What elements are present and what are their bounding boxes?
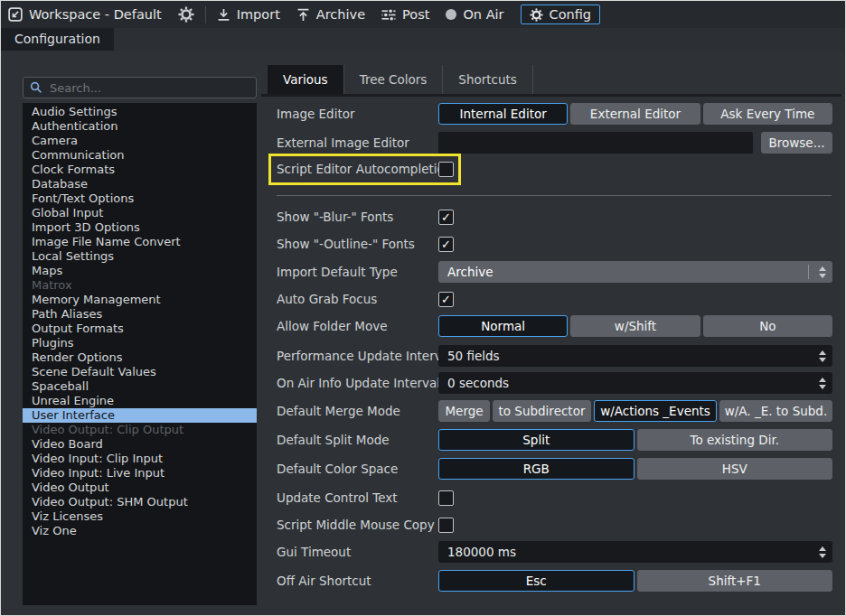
setting-row-import-default-type: Import Default Type Archive <box>268 261 832 283</box>
option-button-no[interactable]: No <box>703 315 832 337</box>
sidebar-item-local-settings[interactable]: Local Settings <box>23 249 257 264</box>
search-input[interactable] <box>48 80 249 96</box>
sidebar-item-font-text-options[interactable]: Font/Text Options <box>23 191 257 206</box>
workspace-menu[interactable]: Workspace - Default <box>8 7 162 22</box>
sidebar-item-communication[interactable]: Communication <box>23 148 257 163</box>
setting-row-allow-folder-move: Allow Folder Move Normal w/Shift No <box>268 315 832 337</box>
sidebar-item-video-board[interactable]: Video Board <box>23 437 257 452</box>
sidebar-item-memory-management[interactable]: Memory Management <box>23 293 257 307</box>
sidebar-item-viz-licenses[interactable]: Viz Licenses <box>23 509 257 524</box>
sidebar-item-path-aliases[interactable]: Path Aliases <box>23 307 257 322</box>
sidebar-item-unreal-engine[interactable]: Unreal Engine <box>23 394 257 408</box>
option-button-shift-f1[interactable]: Shift+F1 <box>637 570 833 592</box>
option-button-internal-editor[interactable]: Internal Editor <box>438 103 568 125</box>
spinner-down-icon[interactable] <box>819 554 826 558</box>
tab-bar-underline <box>261 94 841 97</box>
sidebar-item-user-interface[interactable]: User Interface <box>23 408 257 423</box>
workspace-icon <box>8 7 23 22</box>
checkmark-icon: ✓ <box>441 210 451 224</box>
spinner-up-icon[interactable] <box>819 350 826 355</box>
sidebar-item-clock-formats[interactable]: Clock Formats <box>23 163 257 177</box>
sidebar-item-plugins[interactable]: Plugins <box>23 336 257 350</box>
setting-label: Default Split Mode <box>268 433 438 447</box>
auto-grab-focus-checkbox[interactable]: ✓ <box>438 292 454 307</box>
show-blur-fonts-checkbox[interactable]: ✓ <box>438 210 454 225</box>
sidebar-item-audio-settings[interactable]: Audio Settings <box>23 105 257 119</box>
dropdown-spinner[interactable] <box>819 261 826 283</box>
settings-button[interactable] <box>178 6 194 23</box>
option-button-to-existing-dir[interactable]: To existing Dir. <box>637 429 833 451</box>
on-air-indicator-icon <box>446 9 456 20</box>
option-button-hsv[interactable]: HSV <box>637 458 833 480</box>
setting-label: Gui Timeout <box>268 545 438 559</box>
setting-row-auto-grab-focus: Auto Grab Focus ✓ <box>268 291 832 307</box>
sidebar-item-spaceball[interactable]: Spaceball <box>23 379 257 394</box>
option-button-merge[interactable]: Merge <box>438 400 490 422</box>
sidebar-item-video-output[interactable]: Video Output <box>23 481 257 495</box>
setting-label: Script Editor Autocompletion <box>268 162 438 176</box>
option-button-normal[interactable]: Normal <box>438 315 568 337</box>
script-editor-autocompletion-checkbox[interactable] <box>438 162 454 177</box>
option-button-w-a-e-to-subd[interactable]: w/A. _E. to Subd. <box>719 400 832 422</box>
on-air-info-update-interval-spinner[interactable]: 0 seconds <box>438 372 832 394</box>
setting-label: External Image Editor <box>268 135 438 150</box>
update-control-text-checkbox[interactable] <box>438 490 454 506</box>
tab-configuration[interactable]: Configuration <box>1 28 114 51</box>
spinner-up-icon[interactable] <box>819 266 826 271</box>
sidebar-item-video-output-clip-output: Video Output: Clip Output <box>23 423 257 437</box>
dropdown-divider <box>808 265 809 279</box>
sidebar-item-scene-default-values[interactable]: Scene Default Values <box>23 365 257 379</box>
config-button[interactable]: Config <box>521 5 601 24</box>
toolbar-divider <box>205 6 206 23</box>
import-default-type-select[interactable]: Archive <box>438 261 832 283</box>
spinner-up-icon[interactable] <box>819 546 826 551</box>
post-button[interactable]: Post <box>381 7 429 22</box>
tab-various[interactable]: Various <box>268 65 344 94</box>
on-air-button[interactable]: On Air <box>446 7 503 22</box>
sidebar-item-video-output-shm-output[interactable]: Video Output: SHM Output <box>23 495 257 509</box>
script-middle-mouse-copy-checkbox[interactable] <box>438 518 454 533</box>
browse-button[interactable]: Browse... <box>761 132 832 154</box>
archive-button[interactable]: Archive <box>296 7 365 22</box>
tab-tree-colors[interactable]: Tree Colors <box>344 65 444 94</box>
selected-value: Archive <box>447 265 494 279</box>
spinner-value: 0 seconds <box>447 376 509 390</box>
sidebar-item-video-input-live-input[interactable]: Video Input: Live Input <box>23 466 257 481</box>
app-window: Workspace - Default Import <box>0 0 846 616</box>
section-divider <box>277 195 832 196</box>
external-image-editor-input[interactable] <box>438 132 753 154</box>
setting-label: Update Control Text <box>268 490 438 505</box>
main-toolbar: Workspace - Default Import <box>1 1 845 28</box>
option-button-split[interactable]: Split <box>438 429 634 451</box>
sidebar-item-output-formats[interactable]: Output Formats <box>23 322 257 336</box>
sidebar-item-database[interactable]: Database <box>23 177 257 191</box>
option-button-to-subdirector[interactable]: to Subdirector <box>493 400 591 422</box>
setting-label: Auto Grab Focus <box>268 292 438 306</box>
performance-update-interval-spinner[interactable]: 50 fields <box>438 345 832 367</box>
spinner-down-icon[interactable] <box>819 274 826 278</box>
sidebar-item-global-input[interactable]: Global Input <box>23 206 257 220</box>
option-button-w-shift[interactable]: w/Shift <box>570 315 700 337</box>
gui-timeout-spinner[interactable]: 180000 ms <box>438 541 832 563</box>
import-button[interactable]: Import <box>217 7 280 22</box>
setting-row-show-blur-fonts: Show "-Blur-" Fonts ✓ <box>268 209 832 225</box>
sidebar-item-viz-one[interactable]: Viz One <box>23 524 257 538</box>
option-button-rgb[interactable]: RGB <box>438 458 634 480</box>
sidebar-item-video-input-clip-input[interactable]: Video Input: Clip Input <box>23 452 257 466</box>
option-button-esc[interactable]: Esc <box>438 570 634 592</box>
tab-shortcuts[interactable]: Shortcuts <box>443 65 533 94</box>
sidebar-item-render-options[interactable]: Render Options <box>23 350 257 365</box>
option-button-external-editor[interactable]: External Editor <box>570 103 700 125</box>
sidebar-item-camera[interactable]: Camera <box>23 134 257 148</box>
sidebar-item-authentication[interactable]: Authentication <box>23 119 257 134</box>
spinner-down-icon[interactable] <box>819 385 826 389</box>
panel-tab-bar: Various Tree Colors Shortcuts <box>268 65 533 94</box>
show-outline-fonts-checkbox[interactable]: ✓ <box>438 237 454 252</box>
option-button-w-actions-events[interactable]: w/Actions _Events <box>594 400 717 422</box>
option-button-ask-every-time[interactable]: Ask Every Time <box>703 103 832 125</box>
spinner-down-icon[interactable] <box>819 358 826 362</box>
sidebar-item-import-3d-options[interactable]: Import 3D Options <box>23 220 257 235</box>
spinner-up-icon[interactable] <box>819 378 826 382</box>
sidebar-item-maps[interactable]: Maps <box>23 264 257 278</box>
sidebar-item-image-file-name-convert[interactable]: Image File Name Convert <box>23 235 257 249</box>
